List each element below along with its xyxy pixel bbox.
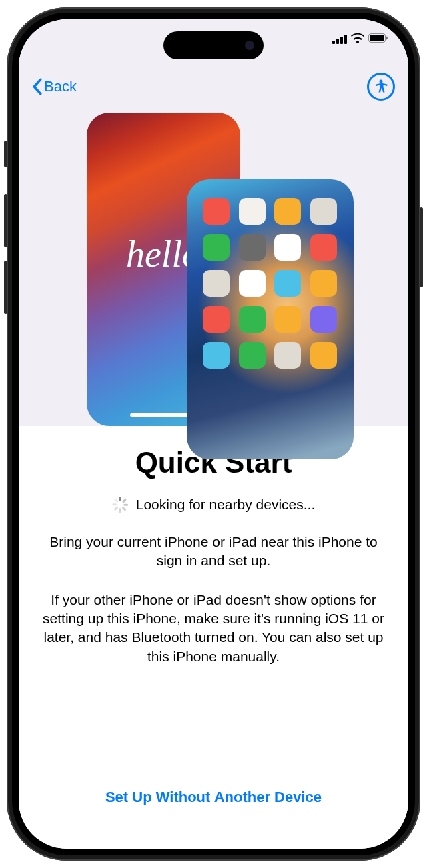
back-label: Back [44,78,77,95]
status-bar [332,33,388,46]
mute-switch [4,141,7,167]
device-illustration: hello [73,113,354,446]
back-button[interactable]: Back [32,78,77,95]
app-icon [239,270,266,297]
app-icon [274,234,301,261]
instruction-text-1: Bring your current iPhone or iPad near t… [41,533,386,571]
app-icon [239,234,266,261]
spinner-icon [112,497,128,513]
dynamic-island [163,31,264,59]
wifi-icon [351,33,364,46]
phone-frame: Back hello [7,7,420,861]
svg-rect-1 [370,35,384,41]
app-grid [203,198,338,369]
app-icon [239,342,266,369]
app-icon [310,198,337,225]
accessibility-button[interactable] [367,73,395,101]
status-row: Looking for nearby devices... [112,497,316,513]
setup-manually-button[interactable]: Set Up Without Another Device [105,789,322,822]
app-icon [239,306,266,333]
battery-icon [368,33,388,45]
app-icon [310,306,337,333]
screen: Back hello [19,19,408,849]
power-button [420,207,423,287]
chevron-left-icon [32,78,43,95]
app-icon [274,306,301,333]
app-icon [310,234,337,261]
svg-point-2 [380,80,383,83]
app-icon [239,198,266,225]
app-icon [274,342,301,369]
volume-down [4,261,7,314]
app-icon [203,342,230,369]
instruction-text-2: If your other iPhone or iPad doesn't sho… [41,591,386,666]
content-section: Quick Start Looking for nearby devices..… [19,426,408,849]
app-icon [203,234,230,261]
volume-up [4,194,7,247]
app-icon [310,342,337,369]
app-icon [310,270,337,297]
status-text: Looking for nearby devices... [136,497,316,513]
app-icon [274,270,301,297]
app-icon [203,198,230,225]
app-icon [203,270,230,297]
app-icon [203,306,230,333]
cellular-icon [332,35,347,44]
illustration-phone-home [187,179,354,459]
accessibility-icon [373,79,389,95]
hero-section: Back hello [19,19,408,426]
app-icon [274,198,301,225]
